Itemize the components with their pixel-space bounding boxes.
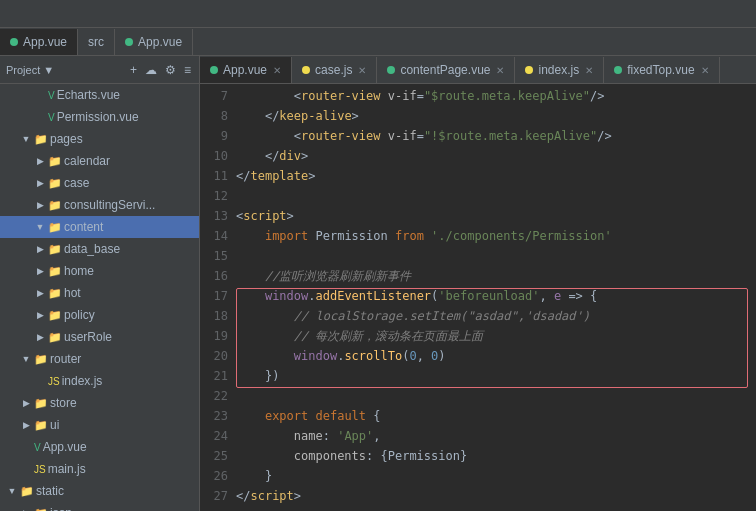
vue-dot-icon <box>10 38 18 46</box>
tree-item-label: ui <box>50 418 59 432</box>
inner-tab-case-js[interactable]: case.js ✕ <box>292 57 377 83</box>
inner-tab-case-js-label: case.js <box>315 63 352 77</box>
code-line: </script> <box>236 486 756 506</box>
tab-app-vue[interactable]: App.vue <box>0 29 78 55</box>
editor-area: App.vue ✕ case.js ✕ contentPage.vue ✕ in… <box>200 56 756 511</box>
tree-item-consulting-folder[interactable]: ▶📁consultingServi... <box>0 194 199 216</box>
tree-item-label: store <box>50 396 77 410</box>
tree-arrow-icon: ▼ <box>18 354 34 364</box>
line-number: 20 <box>200 346 228 366</box>
line-number: 11 <box>200 166 228 186</box>
tree-item-label: home <box>64 264 94 278</box>
tree-item-pages-folder[interactable]: ▼📁pages <box>0 128 199 150</box>
code-line: components: {Permission} <box>236 446 756 466</box>
tree-item-hot-folder[interactable]: ▶📁hot <box>0 282 199 304</box>
tree-file-icon: 📁 <box>34 132 48 146</box>
inner-tab-index-js[interactable]: index.js ✕ <box>515 57 604 83</box>
tree-file-icon: 📁 <box>48 286 62 300</box>
tree-arrow-icon: ▶ <box>32 200 48 210</box>
inner-tab-content-page-vue[interactable]: contentPage.vue ✕ <box>377 57 515 83</box>
close-icon5[interactable]: ✕ <box>701 65 709 76</box>
tree-item-calendar-folder[interactable]: ▶📁calendar <box>0 150 199 172</box>
tree-item-store-folder[interactable]: ▶📁store <box>0 392 199 414</box>
code-line <box>236 246 756 266</box>
tree-item-user-role-folder[interactable]: ▶📁userRole <box>0 326 199 348</box>
close-icon2[interactable]: ✕ <box>358 65 366 76</box>
main-area: Project ▼ + ☁ ⚙ ≡ VEcharts.vueVPermissio… <box>0 56 756 511</box>
sidebar-icons: + ☁ ⚙ ≡ <box>128 62 193 78</box>
inner-tab-fixed-top-vue[interactable]: fixedTop.vue ✕ <box>604 57 719 83</box>
code-line <box>236 386 756 406</box>
tree-item-data-base-folder[interactable]: ▶📁data_base <box>0 238 199 260</box>
close-icon[interactable]: ✕ <box>273 65 281 76</box>
line-number: 7 <box>200 86 228 106</box>
tree-arrow-icon: ▶ <box>32 266 48 276</box>
line-number: 9 <box>200 126 228 146</box>
line-number: 18 <box>200 306 228 326</box>
line-number: 24 <box>200 426 228 446</box>
tree-arrow-icon: ▼ <box>18 134 34 144</box>
inner-tab-app-vue-label: App.vue <box>223 63 267 77</box>
code-line: // 每次刷新，滚动条在页面最上面 <box>236 326 756 346</box>
tree-file-icon: V <box>48 110 55 124</box>
settings-icon[interactable]: ⚙ <box>163 62 178 78</box>
tree-arrow-icon: ▶ <box>32 178 48 188</box>
code-line: import Permission from './components/Per… <box>236 226 756 246</box>
add-icon[interactable]: + <box>128 62 139 78</box>
line-number: 10 <box>200 146 228 166</box>
line-number: 17 <box>200 286 228 306</box>
tree-item-home-folder[interactable]: ▶📁home <box>0 260 199 282</box>
code-line: </keep-alive> <box>236 106 756 126</box>
tree-item-app-vue[interactable]: VApp.vue <box>0 436 199 458</box>
tree-item-label: index.js <box>62 374 103 388</box>
code-line: }) <box>236 366 756 386</box>
tree-arrow-icon: ▶ <box>32 288 48 298</box>
line-number: 22 <box>200 386 228 406</box>
line-number: 16 <box>200 266 228 286</box>
code-line <box>236 186 756 206</box>
inner-tab-content-page-label: contentPage.vue <box>400 63 490 77</box>
tab-app-vue-label: App.vue <box>23 35 67 49</box>
tree-item-label: policy <box>64 308 95 322</box>
tree-item-label: content <box>64 220 103 234</box>
file-tree: VEcharts.vueVPermission.vue▼📁pages▶📁cale… <box>0 84 199 511</box>
tree-item-ui-folder[interactable]: ▶📁ui <box>0 414 199 436</box>
vue-dot-inner <box>210 66 218 74</box>
tree-item-json-folder[interactable]: ▶📁json <box>0 502 199 511</box>
tree-item-echarts-vue[interactable]: VEcharts.vue <box>0 84 199 106</box>
js-dot-inner <box>302 66 310 74</box>
inner-tab-app-vue[interactable]: App.vue ✕ <box>200 57 292 83</box>
top-tab-bar: App.vue src App.vue <box>0 28 756 56</box>
tree-file-icon: JS <box>34 462 46 476</box>
tree-item-content-folder[interactable]: ▼📁content <box>0 216 199 238</box>
tree-item-router-folder[interactable]: ▼📁router <box>0 348 199 370</box>
tree-arrow-icon: ▶ <box>32 310 48 320</box>
tab-src[interactable]: src <box>78 29 115 55</box>
tree-file-icon: 📁 <box>48 198 62 212</box>
close-icon3[interactable]: ✕ <box>496 65 504 76</box>
tree-file-icon: 📁 <box>34 396 48 410</box>
tree-item-label: userRole <box>64 330 112 344</box>
tab-app-vue-2[interactable]: App.vue <box>115 29 193 55</box>
tree-file-icon: 📁 <box>20 484 34 498</box>
tree-item-router-index-js[interactable]: JSindex.js <box>0 370 199 392</box>
vue-dot-inner3 <box>614 66 622 74</box>
tree-item-static-folder[interactable]: ▼📁static <box>0 480 199 502</box>
code-editor[interactable]: 7891011121314151617181920212223242526272… <box>200 84 756 511</box>
tree-item-case-folder[interactable]: ▶📁case <box>0 172 199 194</box>
line-numbers: 7891011121314151617181920212223242526272… <box>200 84 236 511</box>
inner-tab-bar: App.vue ✕ case.js ✕ contentPage.vue ✕ in… <box>200 56 756 84</box>
menu-icon[interactable]: ≡ <box>182 62 193 78</box>
code-line: </div> <box>236 146 756 166</box>
tree-file-icon: V <box>34 440 41 454</box>
tree-item-permission-vue[interactable]: VPermission.vue <box>0 106 199 128</box>
line-number: 26 <box>200 466 228 486</box>
sync-icon[interactable]: ☁ <box>143 62 159 78</box>
tree-item-label: hot <box>64 286 81 300</box>
line-number: 27 <box>200 486 228 506</box>
tree-item-main-js[interactable]: JSmain.js <box>0 458 199 480</box>
tree-item-label: Permission.vue <box>57 110 139 124</box>
close-icon4[interactable]: ✕ <box>585 65 593 76</box>
tree-item-policy-folder[interactable]: ▶📁policy <box>0 304 199 326</box>
tree-item-label: Echarts.vue <box>57 88 120 102</box>
